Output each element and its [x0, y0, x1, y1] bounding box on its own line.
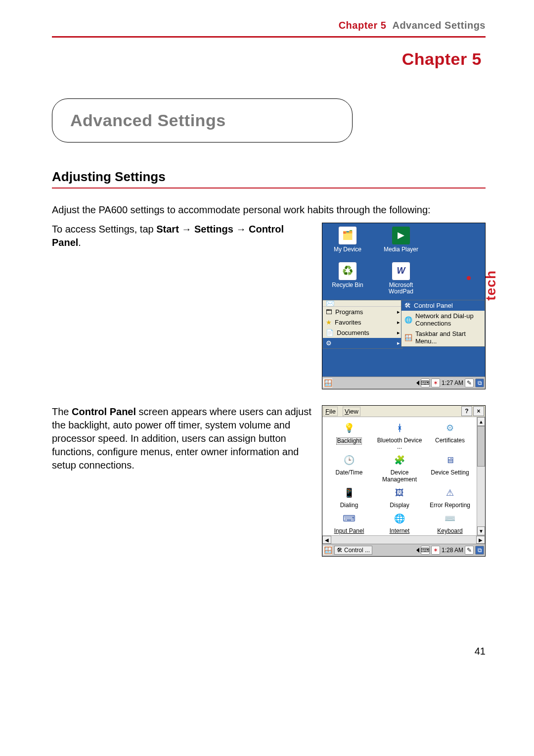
folder-icon: 🗂️ [338, 226, 357, 245]
clock-icon: 🕒 [341, 453, 357, 468]
scroll-right-button[interactable]: ▶ [476, 536, 485, 544]
tray-desktop-icon[interactable]: ⧉ [475, 546, 484, 555]
flyout-network[interactable]: 🌐 Network and Dial-up Connections [401, 311, 485, 329]
tray-signal-icon[interactable]: ✶ [431, 546, 440, 555]
section-underline [52, 188, 486, 189]
cp-error-reporting[interactable]: ⚠ Error Reporting [425, 486, 475, 509]
header-chapter-name: Advanced Settings [392, 20, 486, 31]
envelope-icon: ✉️ [326, 299, 334, 307]
screenshot-control-panel: File View ? × 💡 Backlight ᚼ [322, 405, 486, 557]
recycle-icon: ♻️ [338, 262, 357, 281]
flyout-taskbar[interactable]: 🪟 Taskbar and Start Menu... [401, 329, 485, 346]
cp-system-tray: ⌨ ✶ 1:28 AM ✎ ⧉ [416, 546, 484, 555]
cp-menubar: File View ? × [322, 406, 485, 417]
access-paragraph: To access Settings, tap Start → Settings… [52, 223, 315, 249]
tray-signal-icon[interactable]: ✶ [431, 378, 440, 387]
start-button[interactable]: 🪟 [323, 546, 332, 555]
menu-view[interactable]: View [343, 407, 360, 416]
screenshot-start-menu: tech 🗂️ My Device ♻️ Recycle Bin [322, 223, 486, 389]
scroll-thumb[interactable] [477, 426, 485, 467]
page-number: 41 [52, 646, 486, 657]
cp-backlight-label: Backlight [336, 437, 362, 445]
cp-device-management[interactable]: 🧩 Device Management [375, 453, 424, 482]
cp-device-setting[interactable]: 🖥 Device Setting [425, 453, 475, 482]
start-programs-label: Programs [335, 308, 363, 316]
chevron-right-icon: ▸ [397, 319, 400, 326]
cp-display[interactable]: 🖼 Display [375, 486, 424, 509]
start-favorites[interactable]: ★ Favorites ▸ [323, 317, 402, 328]
taskbar-app-button[interactable]: 🛠 Control ... [334, 546, 372, 555]
tray-collapse-icon[interactable] [416, 548, 419, 553]
cp-error-reporting-label: Error Reporting [430, 502, 470, 509]
scroll-left-button[interactable]: ◀ [322, 536, 331, 544]
cp-bluetooth[interactable]: ᚼ Bluetooth Device ... [375, 421, 424, 450]
document-icon: 📄 [326, 329, 334, 336]
access-period: . [78, 237, 81, 248]
cp-backlight[interactable]: 💡 Backlight [324, 421, 374, 450]
tray-sip-icon[interactable]: ✎ [465, 378, 474, 387]
taskbar-time: 1:27 AM [442, 379, 463, 386]
network-icon: 🌐 [404, 316, 412, 324]
flyout-control-panel[interactable]: 🛠 Control Panel [401, 300, 485, 311]
device-setting-icon: 🖥 [442, 453, 458, 468]
desktop-area: tech 🗂️ My Device ♻️ Recycle Bin [322, 223, 485, 377]
taskbar-icon: 🪟 [404, 334, 412, 341]
tray-collapse-icon[interactable] [416, 380, 419, 385]
desktop-my-device[interactable]: 🗂️ My Device [325, 226, 370, 253]
section-heading: Adjusting Settings [52, 169, 486, 185]
cp-datetime-label: Date/Time [336, 469, 363, 476]
header-chapter-label: Chapter 5 [339, 20, 387, 31]
cp-internet[interactable]: 🌐 Internet [375, 512, 424, 534]
chevron-right-icon: ▸ [397, 340, 400, 346]
start-programs[interactable]: 🗔 Programs ▸ [323, 307, 402, 317]
cp-input-panel[interactable]: ⌨ Input Panel [324, 512, 374, 534]
cp-body: 💡 Backlight ᚼ Bluetooth Device ... ⚙ Cer… [322, 417, 485, 535]
cp-certificates-label: Certificates [435, 437, 465, 444]
close-button[interactable]: × [473, 406, 484, 416]
cp-dialing-label: Dialing [340, 502, 358, 509]
start-documents[interactable]: 📄 Documents ▸ [323, 328, 402, 338]
cp-datetime[interactable]: 🕒 Date/Time [324, 453, 374, 482]
row-access: To access Settings, tap Start → Settings… [52, 223, 486, 389]
vertical-scrollbar[interactable]: ▲ ▼ [477, 417, 485, 535]
desktop-wordpad[interactable]: W Microsoft WordPad [379, 262, 423, 295]
cp-keyboard-label: Keyboard [437, 527, 462, 534]
start-favorites-label: Favorites [335, 319, 361, 326]
start-settings[interactable]: ⚙ ▸ [323, 338, 402, 348]
tray-keyboard-icon[interactable]: ⌨ [421, 546, 430, 555]
scroll-up-button[interactable]: ▲ [477, 417, 485, 426]
page-header: Chapter 5 Advanced Settings [52, 20, 486, 31]
row-control-panel: The Control Panel screen appears where u… [52, 405, 486, 557]
access-arrow2: → [233, 224, 249, 235]
desktop-recycle-bin[interactable]: ♻️ Recycle Bin [325, 262, 370, 288]
settings-icon: ⚙ [326, 339, 332, 347]
start-button[interactable]: 🪟 [323, 378, 332, 387]
programs-icon: 🗔 [326, 308, 332, 316]
cp-keyboard[interactable]: ⌨️ Keyboard [425, 512, 475, 534]
cp-input-panel-label: Input Panel [334, 527, 364, 534]
taskbar: 🪟 ⌨ ✶ 1:27 AM ✎ ⧉ [322, 377, 485, 389]
tray-desktop-icon[interactable]: ⧉ [475, 378, 484, 387]
tray-sip-icon[interactable]: ✎ [465, 546, 474, 555]
horizontal-scrollbar[interactable]: ◀ ▶ [322, 535, 485, 544]
manual-page: Chapter 5 Advanced Settings Chapter 5 Ad… [0, 0, 534, 677]
desktop-media-player[interactable]: ▶ Media Player [379, 226, 423, 253]
tray-keyboard-icon[interactable]: ⌨ [421, 378, 430, 387]
flyout-taskbar-label: Taskbar and Start Menu... [415, 330, 482, 345]
scroll-track[interactable] [477, 467, 485, 526]
access-arrow1: → [179, 224, 194, 235]
cp-para-bold: Control Panel [72, 406, 136, 417]
play-icon: ▶ [392, 226, 410, 245]
cp-dialing[interactable]: 📱 Dialing [324, 486, 374, 509]
cp-grid: 💡 Backlight ᚼ Bluetooth Device ... ⚙ Cer… [322, 417, 477, 535]
scroll-down-button[interactable]: ▼ [477, 526, 485, 535]
hscroll-track[interactable] [331, 536, 476, 544]
input-panel-icon: ⌨ [341, 512, 357, 526]
flyout-control-panel-label: Control Panel [414, 302, 453, 309]
cp-certificates[interactable]: ⚙ Certificates [425, 421, 475, 450]
cp-internet-label: Internet [390, 527, 410, 534]
menu-file[interactable]: File [323, 407, 338, 416]
display-icon: 🖼 [391, 486, 408, 501]
globe-icon: 🌐 [391, 512, 408, 526]
help-button[interactable]: ? [461, 406, 472, 416]
